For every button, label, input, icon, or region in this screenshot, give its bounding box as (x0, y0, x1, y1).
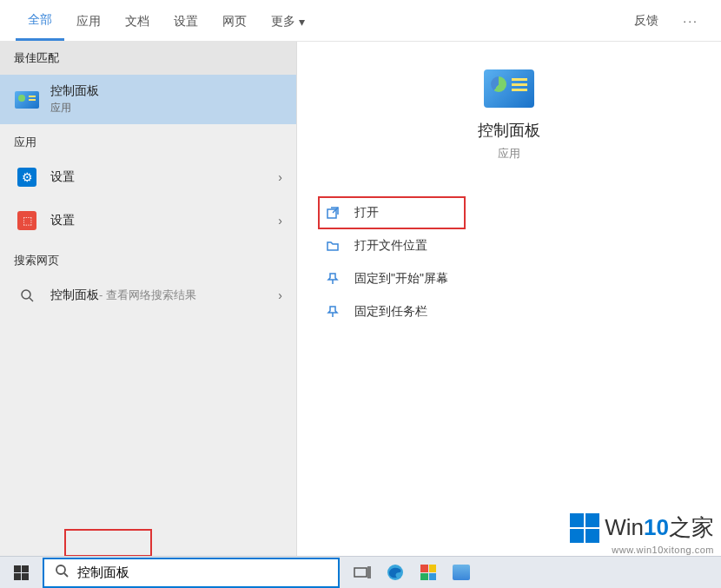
section-apps: 应用 (0, 124, 296, 155)
result-settings-2[interactable]: ⬚ 设置 › (0, 199, 296, 242)
search-icon (14, 282, 40, 308)
open-icon (325, 206, 341, 220)
action-label: 打开文件位置 (354, 238, 427, 254)
tab-apps[interactable]: 应用 (64, 2, 113, 40)
svg-line-1 (30, 298, 33, 301)
action-open-location[interactable]: 打开文件位置 (318, 229, 700, 262)
results-panel: 最佳匹配 控制面板 应用 应用 ⚙ 设置 › ⬚ 设置 › 搜索 (0, 42, 297, 556)
control-panel-large-icon (484, 69, 534, 108)
chevron-right-icon: › (278, 170, 282, 184)
taskbar-icons (352, 562, 472, 583)
tab-all[interactable]: 全部 (16, 0, 64, 41)
result-title: 控制面板 (50, 287, 99, 303)
action-pin-start[interactable]: 固定到"开始"屏幕 (318, 262, 700, 295)
svg-rect-5 (354, 568, 367, 577)
tab-documents[interactable]: 文档 (113, 2, 162, 40)
result-subtitle: 应用 (50, 101, 282, 116)
chevron-right-icon: › (278, 214, 282, 228)
control-panel-icon (14, 87, 40, 113)
svg-point-0 (22, 290, 30, 299)
search-input[interactable] (77, 565, 327, 580)
result-title: 设置 (50, 213, 278, 228)
app-icon-1[interactable] (418, 562, 439, 583)
gear-icon: ⚙ (14, 164, 40, 190)
action-label: 固定到"开始"屏幕 (354, 271, 448, 287)
action-open[interactable]: 打开 (318, 196, 466, 229)
watermark: Win10之家 www.win10xitong.com (570, 512, 714, 555)
result-subtitle: - 查看网络搜索结果 (99, 287, 196, 303)
windows-logo-icon (570, 513, 599, 543)
pin-icon (325, 305, 341, 319)
start-button[interactable] (0, 557, 42, 589)
result-control-panel[interactable]: 控制面板 应用 (0, 75, 296, 124)
filter-tabs: 全部 应用 文档 设置 网页 更多 ▾ 反馈 ··· (0, 0, 721, 42)
settings-icon: ⬚ (14, 208, 40, 234)
edge-icon[interactable] (385, 562, 406, 583)
action-label: 打开 (354, 205, 379, 221)
watermark-url: www.win10xitong.com (570, 545, 714, 555)
pin-icon (325, 272, 341, 286)
svg-point-3 (56, 565, 65, 574)
task-view-icon[interactable] (352, 562, 373, 583)
folder-icon (325, 239, 341, 253)
chevron-right-icon: › (278, 288, 282, 302)
tab-web[interactable]: 网页 (210, 2, 259, 40)
section-web: 搜索网页 (0, 242, 296, 274)
tab-more[interactable]: 更多 ▾ (259, 2, 317, 40)
result-settings-1[interactable]: ⚙ 设置 › (0, 155, 296, 199)
windows-logo-icon (14, 565, 29, 580)
search-icon (55, 564, 69, 581)
tab-more-label: 更多 (271, 14, 295, 30)
preview-title: 控制面板 (297, 120, 721, 141)
app-icon-2[interactable] (451, 562, 472, 583)
action-label: 固定到任务栏 (354, 304, 427, 320)
preview-panel: 控制面板 应用 打开 打开文件位置 固定到"开始"屏幕 (297, 42, 721, 556)
tab-settings[interactable]: 设置 (162, 2, 210, 40)
watermark-brand: Win10之家 (605, 512, 714, 543)
more-options-icon[interactable]: ··· (676, 7, 705, 35)
taskbar (0, 556, 721, 588)
feedback-link[interactable]: 反馈 (627, 6, 665, 36)
chevron-down-icon: ▾ (299, 15, 305, 29)
result-web-search[interactable]: 控制面板 - 查看网络搜索结果 › (0, 274, 296, 317)
action-pin-taskbar[interactable]: 固定到任务栏 (318, 295, 700, 328)
preview-subtitle: 应用 (297, 146, 721, 162)
taskbar-search[interactable] (43, 558, 340, 588)
section-best-match: 最佳匹配 (0, 42, 296, 75)
result-title: 设置 (50, 169, 278, 185)
result-title: 控制面板 (50, 83, 282, 99)
svg-line-4 (64, 573, 68, 577)
actions-list: 打开 打开文件位置 固定到"开始"屏幕 固定到任务栏 (297, 196, 721, 328)
